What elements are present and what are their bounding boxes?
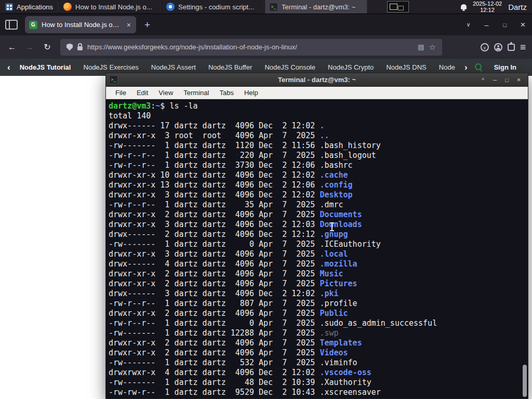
new-tab-button[interactable]: + — [141, 19, 153, 31]
sign-in-button[interactable]: Sign In — [494, 63, 525, 71]
terminal-icon: >_ — [269, 3, 278, 11]
clock[interactable]: 2025-12-02 12:12 — [473, 1, 502, 13]
menu-tabs[interactable]: Tabs — [214, 87, 238, 99]
workspace-window-thumb — [398, 6, 404, 10]
bookmark-star-icon[interactable]: ☆ — [429, 43, 435, 52]
scrollbar-thumb[interactable] — [523, 365, 527, 397]
taskbar-window-label: Terminal - dartz@vm3: ~ — [282, 3, 363, 11]
terminal-output: dartz@vm3:~$ ls -la total 140 drwx------… — [106, 99, 528, 397]
terminal-close-button[interactable]: × — [513, 74, 525, 86]
tab-favicon: G — [29, 21, 37, 29]
clock-time: 12:12 — [473, 7, 502, 13]
terminal-shade-button[interactable]: ^ — [477, 74, 489, 86]
workspace-window-thumb — [390, 4, 397, 10]
window-minimize-button[interactable]: – — [477, 14, 496, 35]
extensions-icon[interactable] — [508, 44, 515, 51]
firefox-icon — [63, 3, 72, 11]
url-bar[interactable]: https://www.geeksforgeeks.org/node-js/in… — [60, 39, 442, 56]
menu-file[interactable]: File — [110, 87, 131, 99]
site-nav: NodeJS TutorialNodeJS ExercisesNodeJS As… — [20, 63, 455, 71]
applications-label: Applications — [17, 3, 53, 11]
lock-icon[interactable] — [77, 46, 83, 50]
terminal-titlebar[interactable]: >_ Terminal - dartz@vm3: ~ ^ – □ × — [106, 73, 528, 87]
pocket-icon[interactable]: ∨ — [481, 43, 489, 51]
taskbar-window-terminal[interactable]: >_ Terminal - dartz@vm3: ~ — [264, 0, 367, 14]
url-text[interactable]: https://www.geeksforgeeks.org/node-js/in… — [87, 43, 413, 51]
top-panel: Applications How to Install Node.js o...… — [0, 0, 532, 14]
tab-title: How to Install Node.js on... — [42, 21, 122, 29]
terminal-title: Terminal - dartz@vm3: ~ — [106, 76, 528, 84]
settings-icon — [166, 3, 175, 11]
forward-button[interactable]: → — [22, 39, 37, 55]
terminal-menubar: File Edit View Terminal Tabs Help — [106, 87, 528, 99]
firefox-view-icon[interactable] — [5, 20, 18, 30]
nav-scroll-left-icon[interactable]: ‹ — [7, 63, 10, 72]
workspace-switcher[interactable] — [387, 1, 409, 12]
search-icon[interactable] — [475, 63, 483, 71]
terminal-scrollbar[interactable] — [522, 99, 527, 398]
notifications-bell-icon[interactable] — [461, 4, 467, 9]
applications-icon — [5, 3, 13, 11]
browser-tab[interactable]: G How to Install Node.js on... × — [25, 16, 136, 33]
mouse-cursor — [331, 223, 332, 231]
site-nav-link[interactable]: NodeJS Exercises — [84, 63, 139, 71]
menu-help[interactable]: Help — [239, 87, 263, 99]
terminal-window: >_ Terminal - dartz@vm3: ~ ^ – □ × File … — [105, 73, 528, 399]
clock-date: 2025-12-02 — [473, 1, 502, 7]
terminal-minimize-button[interactable]: – — [489, 74, 501, 86]
tab-bar: G How to Install Node.js on... × + ∨ – □… — [0, 14, 532, 35]
menu-terminal[interactable]: Terminal — [178, 87, 214, 99]
applications-menu[interactable]: Applications — [0, 0, 58, 14]
site-nav-link[interactable]: NodeJS Tutorial — [20, 63, 71, 71]
site-nav-link[interactable]: NodeJS Crypto — [328, 63, 374, 71]
tracking-protection-shield-icon[interactable] — [66, 44, 73, 51]
reader-mode-icon[interactable]: ▤ — [418, 43, 424, 51]
menu-button[interactable]: ≡ — [520, 42, 526, 53]
taskbar-window-label: Settings - codium script... — [178, 3, 260, 11]
terminal-maximize-button[interactable]: □ — [501, 74, 513, 86]
navigation-toolbar: ← → ↻ https://www.geeksforgeeks.org/node… — [0, 35, 532, 59]
window-maximize-button[interactable]: □ — [496, 14, 514, 35]
account-icon[interactable] — [494, 43, 502, 51]
taskbar-window-settings[interactable]: Settings - codium script... — [162, 0, 264, 14]
terminal-icon: >_ — [109, 75, 118, 84]
menu-edit[interactable]: Edit — [131, 87, 153, 99]
terminal-screen[interactable]: dartz@vm3:~$ ls -la total 140 drwx------… — [106, 99, 528, 398]
site-nav-link[interactable]: NodeJS Buffer — [208, 63, 252, 71]
menu-view[interactable]: View — [153, 87, 178, 99]
site-nav-link[interactable]: NodeJS Assert — [151, 63, 196, 71]
site-nav-link[interactable]: NodeJS Console — [264, 63, 315, 71]
site-nav-link[interactable]: Node — [439, 63, 455, 71]
window-close-button[interactable]: × — [514, 14, 532, 35]
nav-scroll-right-icon[interactable]: › — [464, 63, 468, 72]
reload-button[interactable]: ↻ — [39, 39, 55, 55]
site-nav-link[interactable]: NodeJS DNS — [386, 63, 426, 71]
list-all-tabs-button[interactable]: ∨ — [459, 14, 477, 35]
tab-close-button[interactable]: × — [126, 20, 132, 30]
taskbar-window-firefox[interactable]: How to Install Node.js o... — [59, 0, 162, 14]
back-button[interactable]: ← — [4, 39, 20, 55]
taskbar-window-label: How to Install Node.js o... — [75, 3, 157, 11]
panel-user[interactable]: Dartz — [508, 3, 527, 11]
